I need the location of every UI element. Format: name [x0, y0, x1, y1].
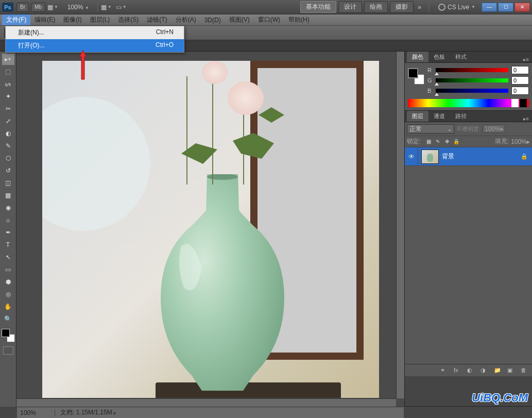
- quick-mask-button[interactable]: [3, 346, 13, 355]
- menu-item-new[interactable]: 新建(N)... Ctrl+N: [6, 26, 184, 39]
- document-canvas[interactable]: [42, 61, 379, 398]
- panel-menu-icon[interactable]: ▸≡: [523, 116, 532, 122]
- tab-swatches[interactable]: 色板: [428, 52, 450, 62]
- menu-item-open[interactable]: 打开(O)... Ctrl+O: [6, 39, 184, 52]
- lock-transparency-icon[interactable]: ▦: [425, 138, 432, 145]
- menu-window[interactable]: 窗口(W): [254, 14, 284, 25]
- fill-input[interactable]: 100%▸: [511, 138, 530, 145]
- gradient-tool[interactable]: ▦: [2, 190, 14, 201]
- zoom-tool[interactable]: 🔍: [2, 313, 14, 325]
- panel-menu-icon[interactable]: ▸≡: [523, 57, 532, 62]
- new-layer-icon[interactable]: ▣: [507, 367, 516, 374]
- lock-position-icon[interactable]: ✥: [443, 138, 451, 145]
- tab-styles[interactable]: 样式: [450, 52, 472, 62]
- workspace-basic-button[interactable]: 基本功能: [300, 1, 336, 13]
- vertical-scrollbar[interactable]: [396, 52, 404, 398]
- tab-layers[interactable]: 图层: [407, 111, 428, 122]
- b-slider[interactable]: [436, 89, 508, 93]
- tab-paths[interactable]: 路径: [450, 111, 472, 122]
- minimize-button[interactable]: —: [482, 3, 497, 12]
- workspace-more-button[interactable]: »: [416, 4, 423, 11]
- layer-lock-controls: 锁定: ▦ ✎ ✥ 🔒 填充: 100%▸: [405, 136, 532, 147]
- g-slider[interactable]: [436, 78, 508, 82]
- workspace-painting-button[interactable]: 绘画: [364, 1, 388, 13]
- lock-pixels-icon[interactable]: ✎: [434, 138, 441, 145]
- zoom-level-dropdown[interactable]: 100% ▼: [67, 4, 89, 11]
- status-zoom[interactable]: 100%: [20, 409, 55, 416]
- menu-analysis[interactable]: 分析(A): [171, 14, 200, 25]
- shape-tool[interactable]: ▭: [2, 264, 14, 275]
- canvas-area: [16, 52, 404, 407]
- layer-style-icon[interactable]: fx: [454, 367, 462, 374]
- b-value-input[interactable]: [511, 87, 529, 95]
- arrange-documents-dropdown[interactable]: ▦▼: [101, 4, 112, 11]
- move-tool[interactable]: ▸+: [2, 54, 14, 65]
- bridge-button[interactable]: Br: [16, 3, 29, 12]
- path-select-tool[interactable]: ↖: [2, 252, 14, 263]
- lasso-tool[interactable]: ᔕ: [2, 78, 14, 90]
- history-brush-tool[interactable]: ↺: [2, 165, 14, 176]
- status-doc-info[interactable]: 文档: 1.15M/1.15M▶: [55, 408, 122, 417]
- hand-tool[interactable]: ✋: [2, 301, 14, 312]
- maximize-button[interactable]: ☐: [498, 3, 513, 12]
- view-extras-dropdown[interactable]: ▦▼: [47, 4, 58, 11]
- clone-stamp-tool[interactable]: ⬡: [2, 153, 14, 164]
- blur-tool[interactable]: ◉: [2, 202, 14, 213]
- pen-tool[interactable]: ✒: [2, 227, 14, 238]
- menu-select[interactable]: 选择(S): [114, 14, 143, 25]
- workspace-design-button[interactable]: 设计: [338, 1, 362, 13]
- crop-tool[interactable]: ✂: [2, 103, 14, 114]
- menu-file[interactable]: 文件(F): [2, 14, 30, 25]
- tab-color[interactable]: 颜色: [407, 52, 428, 62]
- visibility-toggle-icon[interactable]: 👁: [405, 147, 418, 165]
- marquee-tool[interactable]: ⬚: [2, 66, 14, 77]
- menu-view[interactable]: 视图(V): [225, 14, 254, 25]
- adjustment-layer-icon[interactable]: ◑: [480, 367, 489, 374]
- group-icon[interactable]: 📁: [494, 367, 502, 374]
- screen-mode-dropdown[interactable]: ▭▼: [116, 4, 127, 11]
- menu-layer[interactable]: 图层(L): [86, 14, 114, 25]
- mini-bridge-button[interactable]: Mb: [31, 3, 45, 12]
- r-slider[interactable]: [436, 68, 508, 72]
- lock-label: 锁定:: [407, 137, 421, 146]
- image-content: [42, 61, 379, 398]
- eraser-tool[interactable]: ◫: [2, 177, 14, 189]
- close-button[interactable]: ✕: [514, 3, 530, 12]
- type-tool[interactable]: T: [2, 239, 14, 250]
- healing-brush-tool[interactable]: ◐: [2, 128, 14, 139]
- cs-live-button[interactable]: CS Live ▼: [438, 4, 475, 11]
- dodge-tool[interactable]: ☼: [2, 214, 14, 226]
- opacity-label: 不透明度:: [456, 125, 480, 133]
- 3d-tool[interactable]: ⬢: [2, 276, 14, 288]
- menu-help[interactable]: 帮助(H): [284, 14, 314, 25]
- color-swatches[interactable]: [2, 329, 15, 342]
- menu-edit[interactable]: 编辑(E): [30, 14, 59, 25]
- fg-color-swatch[interactable]: [408, 68, 418, 78]
- lock-all-icon[interactable]: 🔒: [453, 138, 460, 145]
- blend-mode-dropdown[interactable]: 正常⌄: [407, 124, 454, 133]
- workspace-photo-button[interactable]: 摄影: [390, 1, 414, 13]
- eyedropper-tool[interactable]: ⤢: [2, 115, 14, 127]
- r-value-input[interactable]: [511, 66, 529, 74]
- ps-logo-icon: Ps: [2, 3, 13, 12]
- 3d-camera-tool[interactable]: ◎: [2, 289, 14, 300]
- tab-channels[interactable]: 通道: [428, 111, 450, 122]
- watermark: UiBQ.CoM: [472, 391, 528, 405]
- quick-select-tool[interactable]: ✦: [2, 91, 14, 102]
- delete-layer-icon[interactable]: 🗑: [521, 367, 529, 374]
- opacity-input[interactable]: 100%▸: [483, 125, 505, 133]
- layer-mask-icon[interactable]: ◐: [467, 367, 475, 374]
- layers-panel: 图层 通道 路径 ▸≡ 正常⌄ 不透明度: 100%▸ 锁定: ▦ ✎ ✥ 🔒: [405, 111, 532, 407]
- color-swatch-box[interactable]: [408, 68, 424, 85]
- menu-image[interactable]: 图像(I): [59, 14, 85, 25]
- layer-thumbnail[interactable]: [421, 149, 439, 164]
- layer-name[interactable]: 背景: [442, 152, 521, 161]
- color-spectrum[interactable]: [408, 99, 529, 107]
- g-value-input[interactable]: [511, 76, 529, 85]
- foreground-color-swatch[interactable]: [2, 329, 10, 337]
- brush-tool[interactable]: ✎: [2, 140, 14, 152]
- layer-row[interactable]: 👁 背景 🔒: [405, 147, 532, 166]
- menu-3d[interactable]: 3D(D): [200, 15, 225, 25]
- menu-filter[interactable]: 滤镜(T): [143, 14, 171, 25]
- link-layers-icon[interactable]: ⚭: [440, 367, 449, 374]
